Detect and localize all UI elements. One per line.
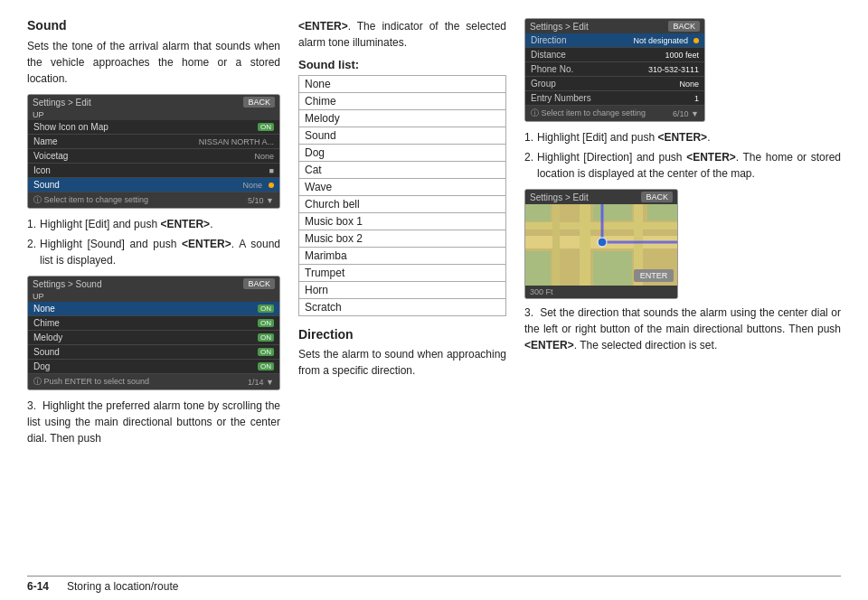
screen1-status: UP (28, 109, 279, 120)
map-screen-header: Settings > Edit BACK (525, 190, 677, 204)
screen1-row-name: Name NISSAN NORTH A... (28, 135, 279, 149)
sound-list-item: Dog (299, 145, 506, 162)
right-row-direction: Direction Not designated (525, 33, 704, 48)
right-step2: 2. Highlight [Direction] and push <ENTER… (524, 149, 841, 182)
map-back[interactable]: BACK (641, 192, 673, 202)
map-area: ENTER (525, 204, 677, 286)
screen1-title: Settings > Edit (33, 98, 91, 108)
svg-rect-9 (525, 251, 551, 286)
screen1-footer: ⓘ Select item to change setting 5/10 ▼ (28, 192, 279, 208)
map-footer: 300 Ft (525, 286, 677, 298)
screen2-title: Settings > Sound (33, 279, 101, 289)
screen2-row-melody: Melody ON (28, 331, 279, 345)
right-screen-footer: ⓘ Select item to change setting 6/10 ▼ (525, 106, 704, 121)
right-row-phone: Phone No. 310-532-3111 (525, 62, 704, 77)
svg-rect-5 (552, 204, 560, 286)
sound-list-table: NoneChimeMelodySoundDogCatWaveChurch bel… (298, 75, 506, 316)
right-row-entry: Entry Numbers 1 (525, 91, 704, 106)
sound-list-item: Melody (299, 110, 506, 127)
screen2-header: Settings > Sound BACK (28, 277, 279, 291)
step1: 1. Highlight [Edit] and push <ENTER>. (27, 216, 280, 232)
sound-list-title: Sound list: (298, 58, 506, 71)
step3-text: 3. Highlight the preferred alarm tone by… (27, 398, 280, 446)
screen1-header: Settings > Edit BACK (28, 95, 279, 109)
map-screen: Settings > Edit BACK (524, 189, 678, 299)
sound-list-item: Cat (299, 162, 506, 179)
right-screen-back[interactable]: BACK (668, 21, 700, 32)
screen2-row-sound: Sound ON (28, 345, 279, 360)
page: Sound Sets the tone of the arrival alarm… (0, 0, 868, 600)
settings-edit-screen-right: Settings > Edit BACK Direction Not desig… (524, 18, 705, 122)
sound-list-item: Music box 1 (299, 213, 506, 230)
settings-edit-screen1: Settings > Edit BACK UP Show Icon on Map… (27, 94, 280, 209)
screen1-row-sound: Sound None (28, 178, 279, 192)
sound-list-item: Horn (299, 282, 506, 299)
map-svg: ENTER (525, 204, 677, 286)
step2: 2. Highlight [Sound] and push <ENTER>. A… (27, 236, 280, 268)
svg-rect-7 (593, 204, 632, 220)
enter-continue-text: <ENTER>. The indicator of the selected a… (298, 18, 506, 51)
screen2-footer: ⓘ Push ENTER to select sound 1/14 ▼ (28, 374, 279, 389)
screen2-status: UP (28, 291, 279, 302)
sound-list-item: Music box 2 (299, 230, 506, 248)
direction-dot (693, 38, 699, 43)
sound-list-item: Church bell (299, 196, 506, 213)
right-step3-text: 3. Set the direction that sounds the ala… (524, 305, 841, 353)
right-screen-header: Settings > Edit BACK (525, 19, 704, 33)
page-footer: 6-14 Storing a location/route (27, 576, 841, 593)
sound-list-item: Chime (299, 93, 506, 110)
screen2-row-none: None ON (28, 302, 279, 316)
svg-rect-6 (525, 204, 551, 221)
right-row-group: Group None (525, 77, 704, 91)
direction-title: Direction (298, 327, 506, 342)
screen2-back[interactable]: BACK (243, 278, 275, 289)
sound-list-item: Marimba (299, 248, 506, 265)
steps-1-2: 1. Highlight [Edit] and push <ENTER>. 2.… (27, 216, 280, 268)
screen1-row-voicetag: Voicetag None (28, 149, 279, 164)
svg-text:ENTER: ENTER (640, 271, 668, 280)
map-distance: 300 Ft (530, 287, 553, 296)
screen2-row-dog: Dog ON (28, 360, 279, 374)
sound-title: Sound (27, 18, 280, 33)
svg-rect-8 (647, 204, 677, 220)
right-column: Settings > Edit BACK Direction Not desig… (524, 18, 841, 591)
page-number: 6-14 (27, 580, 49, 593)
sound-list-item: None (299, 76, 506, 93)
settings-sound-screen2: Settings > Sound BACK UP None ON Chime O… (27, 276, 280, 390)
sound-list-item: Sound (299, 127, 506, 145)
svg-point-11 (598, 238, 607, 247)
right-step1: 1. Highlight [Edit] and push <ENTER>. (524, 129, 841, 145)
screen1-back[interactable]: BACK (243, 97, 275, 108)
dot-indicator (269, 183, 274, 188)
sound-list-item: Wave (299, 179, 506, 196)
svg-rect-3 (580, 204, 590, 286)
screen2-row-chime: Chime ON (28, 316, 279, 331)
sound-list-item: Scratch (299, 299, 506, 316)
direction-text: Sets the alarm to sound when approaching… (298, 346, 506, 379)
screen1-row-icon: Icon ■ (28, 164, 279, 178)
svg-rect-10 (593, 251, 632, 286)
right-row-distance: Distance 1000 feet (525, 48, 704, 62)
sound-list-item: Trumpet (299, 265, 506, 282)
middle-column: <ENTER>. The indicator of the selected a… (298, 18, 506, 591)
screen1-row-showiconmap: Show Icon on Map ON (28, 120, 279, 135)
right-steps-1-2: 1. Highlight [Edit] and push <ENTER>. 2.… (524, 129, 841, 182)
sound-intro: Sets the tone of the arrival alarm that … (27, 38, 280, 87)
page-label: Storing a location/route (67, 580, 178, 593)
left-column: Sound Sets the tone of the arrival alarm… (27, 18, 280, 591)
